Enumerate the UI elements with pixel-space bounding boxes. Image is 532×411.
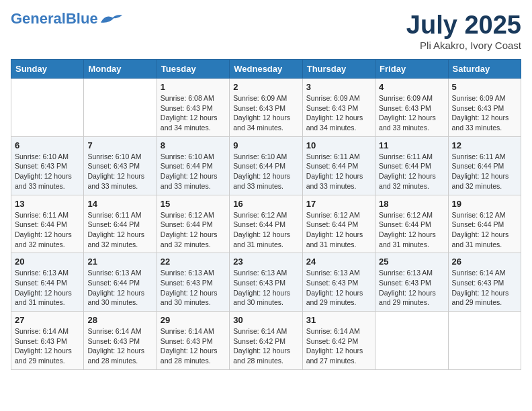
month-title: July 2025: [406, 11, 521, 40]
logo-bird-icon: [99, 11, 124, 26]
day-detail: Sunrise: 6:13 AM Sunset: 6:43 PM Dayligh…: [379, 268, 444, 308]
day-detail: Sunrise: 6:12 AM Sunset: 6:44 PM Dayligh…: [452, 210, 517, 250]
day-detail: Sunrise: 6:11 AM Sunset: 6:44 PM Dayligh…: [379, 152, 444, 191]
calendar-cell: 8Sunrise: 6:10 AM Sunset: 6:44 PM Daylig…: [157, 136, 229, 195]
weekday-header-wednesday: Wednesday: [230, 60, 302, 79]
day-number: 6: [15, 140, 80, 150]
day-detail: Sunrise: 6:14 AM Sunset: 6:42 PM Dayligh…: [306, 326, 371, 366]
day-detail: Sunrise: 6:13 AM Sunset: 6:43 PM Dayligh…: [233, 268, 298, 308]
calendar-cell: 23Sunrise: 6:13 AM Sunset: 6:43 PM Dayli…: [230, 253, 302, 312]
calendar-cell: 14Sunrise: 6:11 AM Sunset: 6:44 PM Dayli…: [84, 195, 157, 253]
day-number: 17: [306, 199, 371, 209]
day-detail: Sunrise: 6:13 AM Sunset: 6:43 PM Dayligh…: [306, 268, 371, 308]
day-detail: Sunrise: 6:12 AM Sunset: 6:44 PM Dayligh…: [233, 210, 298, 250]
calendar-cell: 1Sunrise: 6:08 AM Sunset: 6:43 PM Daylig…: [157, 79, 229, 137]
weekday-header-thursday: Thursday: [302, 60, 375, 79]
day-number: 13: [15, 199, 80, 209]
calendar-week-1: 1Sunrise: 6:08 AM Sunset: 6:43 PM Daylig…: [11, 79, 521, 137]
calendar-cell: 25Sunrise: 6:13 AM Sunset: 6:43 PM Dayli…: [375, 253, 448, 312]
calendar-table: SundayMondayTuesdayWednesdayThursdayFrid…: [11, 59, 521, 370]
day-number: 15: [161, 199, 226, 209]
day-detail: Sunrise: 6:10 AM Sunset: 6:43 PM Dayligh…: [87, 152, 152, 191]
day-detail: Sunrise: 6:12 AM Sunset: 6:44 PM Dayligh…: [161, 210, 226, 250]
logo: GeneralBlue: [11, 11, 124, 27]
weekday-header-tuesday: Tuesday: [157, 60, 229, 79]
calendar-week-5: 27Sunrise: 6:14 AM Sunset: 6:43 PM Dayli…: [11, 312, 521, 370]
day-number: 24: [306, 257, 371, 267]
day-number: 19: [452, 199, 517, 209]
calendar-week-2: 6Sunrise: 6:10 AM Sunset: 6:43 PM Daylig…: [11, 136, 521, 195]
day-detail: Sunrise: 6:10 AM Sunset: 6:44 PM Dayligh…: [233, 152, 298, 191]
day-detail: Sunrise: 6:11 AM Sunset: 6:44 PM Dayligh…: [87, 210, 152, 250]
day-number: 9: [233, 140, 298, 150]
day-number: 18: [379, 199, 444, 209]
calendar-cell: 11Sunrise: 6:11 AM Sunset: 6:44 PM Dayli…: [375, 136, 448, 195]
calendar-cell: 31Sunrise: 6:14 AM Sunset: 6:42 PM Dayli…: [302, 312, 375, 370]
calendar-cell: 28Sunrise: 6:14 AM Sunset: 6:43 PM Dayli…: [84, 312, 157, 370]
location: Pli Akakro, Ivory Coast: [406, 40, 521, 51]
day-number: 16: [233, 199, 298, 209]
day-number: 23: [233, 257, 298, 267]
calendar-cell: 20Sunrise: 6:13 AM Sunset: 6:44 PM Dayli…: [11, 253, 84, 312]
calendar-cell: [375, 312, 448, 370]
calendar-cell: 2Sunrise: 6:09 AM Sunset: 6:43 PM Daylig…: [230, 79, 302, 137]
day-detail: Sunrise: 6:11 AM Sunset: 6:44 PM Dayligh…: [452, 152, 517, 191]
day-detail: Sunrise: 6:08 AM Sunset: 6:43 PM Dayligh…: [161, 93, 226, 133]
calendar-cell: 27Sunrise: 6:14 AM Sunset: 6:43 PM Dayli…: [11, 312, 84, 370]
day-detail: Sunrise: 6:14 AM Sunset: 6:42 PM Dayligh…: [233, 326, 298, 366]
calendar-cell: 26Sunrise: 6:14 AM Sunset: 6:43 PM Dayli…: [448, 253, 521, 312]
day-number: 27: [15, 315, 80, 325]
day-number: 28: [87, 315, 152, 325]
calendar-cell: 30Sunrise: 6:14 AM Sunset: 6:42 PM Dayli…: [230, 312, 302, 370]
calendar-cell: 17Sunrise: 6:12 AM Sunset: 6:44 PM Dayli…: [302, 195, 375, 253]
day-detail: Sunrise: 6:11 AM Sunset: 6:44 PM Dayligh…: [306, 152, 371, 191]
calendar-cell: 18Sunrise: 6:12 AM Sunset: 6:44 PM Dayli…: [375, 195, 448, 253]
day-detail: Sunrise: 6:11 AM Sunset: 6:44 PM Dayligh…: [15, 210, 80, 250]
day-number: 31: [306, 315, 371, 325]
logo-blue: Blue: [66, 10, 98, 27]
calendar-cell: 12Sunrise: 6:11 AM Sunset: 6:44 PM Dayli…: [448, 136, 521, 195]
day-number: 8: [161, 140, 226, 150]
day-number: 26: [452, 257, 517, 267]
logo-general: General: [11, 10, 66, 27]
day-detail: Sunrise: 6:14 AM Sunset: 6:43 PM Dayligh…: [15, 326, 80, 366]
day-detail: Sunrise: 6:09 AM Sunset: 6:43 PM Dayligh…: [306, 93, 371, 133]
calendar-cell: 4Sunrise: 6:09 AM Sunset: 6:43 PM Daylig…: [375, 79, 448, 137]
day-detail: Sunrise: 6:12 AM Sunset: 6:44 PM Dayligh…: [379, 210, 444, 250]
calendar-cell: 7Sunrise: 6:10 AM Sunset: 6:43 PM Daylig…: [84, 136, 157, 195]
calendar-cell: 10Sunrise: 6:11 AM Sunset: 6:44 PM Dayli…: [302, 136, 375, 195]
calendar-cell: 9Sunrise: 6:10 AM Sunset: 6:44 PM Daylig…: [230, 136, 302, 195]
calendar-cell: 15Sunrise: 6:12 AM Sunset: 6:44 PM Dayli…: [157, 195, 229, 253]
day-number: 1: [161, 82, 226, 92]
day-detail: Sunrise: 6:10 AM Sunset: 6:44 PM Dayligh…: [161, 152, 226, 191]
day-detail: Sunrise: 6:13 AM Sunset: 6:44 PM Dayligh…: [15, 268, 80, 308]
day-number: 5: [452, 82, 517, 92]
day-number: 12: [452, 140, 517, 150]
calendar-cell: 19Sunrise: 6:12 AM Sunset: 6:44 PM Dayli…: [448, 195, 521, 253]
day-number: 30: [233, 315, 298, 325]
day-detail: Sunrise: 6:14 AM Sunset: 6:43 PM Dayligh…: [161, 326, 226, 366]
day-number: 4: [379, 82, 444, 92]
logo-text: GeneralBlue: [11, 11, 98, 27]
calendar-cell: 21Sunrise: 6:13 AM Sunset: 6:44 PM Dayli…: [84, 253, 157, 312]
day-number: 29: [161, 315, 226, 325]
day-detail: Sunrise: 6:09 AM Sunset: 6:43 PM Dayligh…: [379, 93, 444, 133]
page-header: GeneralBlue July 2025 Pli Akakro, Ivory …: [11, 11, 521, 51]
calendar-cell: 3Sunrise: 6:09 AM Sunset: 6:43 PM Daylig…: [302, 79, 375, 137]
calendar-cell: [11, 79, 84, 137]
day-number: 2: [233, 82, 298, 92]
day-detail: Sunrise: 6:14 AM Sunset: 6:43 PM Dayligh…: [87, 326, 152, 366]
calendar-cell: 29Sunrise: 6:14 AM Sunset: 6:43 PM Dayli…: [157, 312, 229, 370]
calendar-cell: 6Sunrise: 6:10 AM Sunset: 6:43 PM Daylig…: [11, 136, 84, 195]
day-detail: Sunrise: 6:12 AM Sunset: 6:44 PM Dayligh…: [306, 210, 371, 250]
calendar-week-4: 20Sunrise: 6:13 AM Sunset: 6:44 PM Dayli…: [11, 253, 521, 312]
weekday-header-saturday: Saturday: [448, 60, 521, 79]
day-number: 22: [161, 257, 226, 267]
calendar-cell: 13Sunrise: 6:11 AM Sunset: 6:44 PM Dayli…: [11, 195, 84, 253]
day-number: 20: [15, 257, 80, 267]
weekday-header-row: SundayMondayTuesdayWednesdayThursdayFrid…: [11, 60, 521, 79]
day-number: 11: [379, 140, 444, 150]
calendar-cell: 24Sunrise: 6:13 AM Sunset: 6:43 PM Dayli…: [302, 253, 375, 312]
weekday-header-monday: Monday: [84, 60, 157, 79]
calendar-cell: 22Sunrise: 6:13 AM Sunset: 6:43 PM Dayli…: [157, 253, 229, 312]
